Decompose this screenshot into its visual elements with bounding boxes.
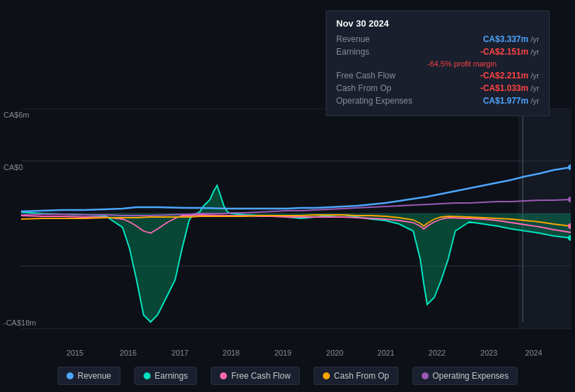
tooltip-date: Nov 30 2024 <box>336 18 539 29</box>
chart-svg[interactable] <box>21 108 571 329</box>
tooltip-fcf-label: Free Cash Flow <box>336 71 427 80</box>
chart-legend: Revenue Earnings Free Cash Flow Cash Fro… <box>0 367 575 385</box>
tooltip-fcf-value: -CA$2.211m /yr <box>480 71 539 80</box>
legend-revenue-label: Revenue <box>78 371 111 381</box>
tooltip-earnings-row: Earnings -CA$2.151m /yr <box>336 47 539 57</box>
x-label-2018: 2018 <box>223 349 240 357</box>
tooltip-opex-label: Operating Expenses <box>336 96 427 106</box>
legend-revenue[interactable]: Revenue <box>57 367 120 385</box>
chart-container: Nov 30 2024 Revenue CA$3.337m /yr Earnin… <box>0 0 575 392</box>
legend-opex-label: Operating Expenses <box>433 371 509 381</box>
legend-earnings-dot <box>144 372 151 379</box>
x-label-2022: 2022 <box>429 349 445 357</box>
tooltip-fcf-row: Free Cash Flow -CA$2.211m /yr <box>336 71 539 80</box>
tooltip-earnings-label: Earnings <box>336 47 427 57</box>
tooltip-opex-value: CA$1.977m /yr <box>483 96 539 106</box>
x-label-2021: 2021 <box>377 349 394 357</box>
legend-cashop-label: Cash From Op <box>334 371 389 381</box>
tooltip-cashop-row: Cash From Op -CA$1.033m /yr <box>336 83 539 93</box>
legend-earnings-label: Earnings <box>155 371 188 381</box>
tooltip-profit-margin: -64.5% profit margin <box>427 59 539 68</box>
tooltip-revenue-label: Revenue <box>336 34 427 44</box>
legend-op-expenses[interactable]: Operating Expenses <box>413 367 518 385</box>
y-axis-mid: CA$0 <box>4 163 23 172</box>
tooltip-earnings-value: -CA$2.151m /yr <box>480 47 539 57</box>
tooltip-box: Nov 30 2024 Revenue CA$3.337m /yr Earnin… <box>326 10 550 116</box>
tooltip-revenue-row: Revenue CA$3.337m /yr <box>336 34 539 44</box>
x-label-2016: 2016 <box>120 349 137 357</box>
x-label-2024: 2024 <box>525 349 542 357</box>
legend-opex-dot <box>422 372 429 379</box>
legend-fcf[interactable]: Free Cash Flow <box>211 367 300 385</box>
tooltip-cashop-label: Cash From Op <box>336 83 427 93</box>
tooltip-revenue-value: CA$3.337m /yr <box>483 34 539 44</box>
x-label-2019: 2019 <box>275 349 291 357</box>
legend-cashop-dot <box>323 372 330 379</box>
tooltip-cashop-value: -CA$1.033m /yr <box>480 83 539 93</box>
legend-revenue-dot <box>67 372 74 379</box>
x-label-2020: 2020 <box>326 349 343 357</box>
x-label-2023: 2023 <box>480 349 497 357</box>
x-label-2015: 2015 <box>67 349 83 357</box>
tooltip-opex-row: Operating Expenses CA$1.977m /yr <box>336 96 539 106</box>
x-label-2017: 2017 <box>172 349 188 357</box>
legend-earnings[interactable]: Earnings <box>134 367 197 385</box>
legend-cash-from-op[interactable]: Cash From Op <box>314 367 399 385</box>
legend-fcf-label: Free Cash Flow <box>231 371 291 381</box>
legend-fcf-dot <box>220 372 227 379</box>
